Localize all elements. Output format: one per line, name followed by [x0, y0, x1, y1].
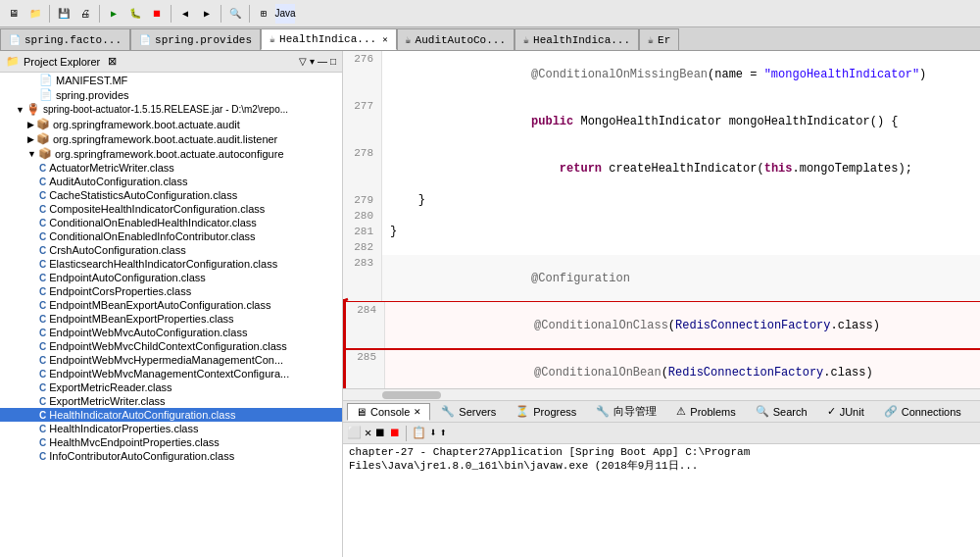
line-content-283[interactable]: @Configuration [382, 255, 980, 302]
sidebar-item-info-contributor-auto[interactable]: C InfoContributorAutoConfiguration.class [0, 449, 342, 463]
sidebar-close-icon[interactable]: ⊠ [108, 55, 117, 68]
toolbar-forward[interactable]: ▶ [197, 4, 217, 24]
toolbar-icon-2[interactable]: 📁 [25, 4, 45, 24]
console-tab-progress[interactable]: ⏳ Progress [507, 402, 585, 421]
sidebar-item-health-indicator-auto[interactable]: C HealthIndicatorAutoConfiguration.class [0, 408, 342, 422]
code-scroll-area[interactable]: 276 @ConditionalOnMissingBean(name = "mo… [343, 51, 980, 388]
class-icon-ew: C [39, 396, 46, 407]
class-icon-hia: C [39, 410, 46, 421]
class-icon-hme: C [39, 437, 46, 448]
line-num-284: 284 [346, 302, 385, 349]
sidebar-item-elasticsearch-health[interactable]: C ElasticsearchHealthIndicatorConfigurat… [0, 257, 342, 271]
line-content-282[interactable] [382, 239, 980, 255]
sidebar-item-endpoint-auto[interactable]: C EndpointAutoConfiguration.class [0, 271, 342, 284]
toolbar-debug[interactable]: 🐛 [125, 4, 145, 24]
console-toolbar-icon7[interactable]: ⬆ [439, 426, 446, 440]
sep4 [220, 5, 221, 23]
console-tab-console[interactable]: 🖥 Console ✕ [347, 403, 430, 421]
sidebar-item-jar[interactable]: ▼ 🏺 spring-boot-actuator-1.5.15.RELEASE.… [0, 102, 342, 117]
sidebar-item-endpoint-web-mvc-child[interactable]: C EndpointWebMvcChildContextConfiguratio… [0, 339, 342, 353]
sidebar-item-manifest[interactable]: 📄 MANIFEST.MF [0, 73, 342, 87]
console-tab-guide[interactable]: 🔧 向导管理 [587, 401, 665, 422]
sep2 [99, 5, 100, 23]
sidebar-item-composite-health[interactable]: C CompositeHealthIndicatorConfiguration.… [0, 202, 342, 216]
line-content-278[interactable]: return createHealthIndicator(this.mongoT… [382, 145, 980, 192]
sidebar-item-org-audit[interactable]: ▶ 📦 org.springframework.boot.actuate.aud… [0, 117, 342, 131]
code-horizontal-scrollbar[interactable] [343, 388, 980, 400]
sidebar-item-export-writer[interactable]: C ExportMetricWriter.class [0, 394, 342, 408]
code-line-280: 280 [343, 208, 980, 224]
sidebar-item-export-reader[interactable]: C ExportMetricReader.class [0, 380, 342, 394]
toolbar-save[interactable]: 💾 [54, 4, 74, 24]
console-tab-junit[interactable]: ✓ JUnit [818, 402, 873, 421]
sidebar-tree[interactable]: 📄 MANIFEST.MF 📄 spring.provides ▼ 🏺 spri… [0, 73, 342, 557]
console-toolbar-icon2[interactable]: ✕ [365, 426, 371, 440]
sidebar-item-audit-auto[interactable]: C AuditAutoConfiguration.class [0, 175, 342, 188]
line-num-281: 281 [343, 224, 382, 239]
tab-health-indica-1[interactable]: ☕ HealthIndica... ✕ [261, 28, 396, 50]
toolbar-back[interactable]: ◀ [175, 4, 195, 24]
console-tab-search[interactable]: 🔍 Search [747, 402, 816, 421]
sidebar-item-endpoint-web-mvc-hyp[interactable]: C EndpointWebMvcHypermediaManagementCon.… [0, 353, 342, 367]
sidebar-item-org-autoconfigure[interactable]: ▼ 📦 org.springframework.boot.actuate.aut… [0, 146, 342, 161]
line-content-281[interactable]: } [382, 224, 980, 239]
console-toolbar-icon4[interactable]: ⏹ [389, 426, 401, 440]
toolbar-java[interactable]: Java [275, 4, 295, 24]
sidebar-item-endpoint-mbean-props[interactable]: C EndpointMBeanExportProperties.class [0, 312, 342, 326]
sidebar-collapse-icon[interactable]: ▽ [299, 56, 307, 67]
file-icon-manifest: 📄 [39, 74, 53, 86]
sidebar-item-endpoint-web-mvc-mgmt[interactable]: C EndpointWebMvcManagementContextConfigu… [0, 367, 342, 380]
servers-icon: 🔧 [441, 405, 455, 418]
tab-close-health-1[interactable]: ✕ [382, 34, 387, 45]
console-toolbar-icon3[interactable]: ⏹ [374, 426, 386, 440]
class-icon-ema: C [39, 300, 46, 311]
line-num-282: 282 [343, 239, 382, 255]
sidebar-item-endpoint-web-mvc-auto[interactable]: C EndpointWebMvcAutoConfiguration.class [0, 326, 342, 339]
console-toolbar-icon5[interactable]: 📋 [412, 426, 426, 440]
sidebar-maximize-icon[interactable]: □ [330, 56, 336, 67]
console-tab-servers[interactable]: 🔧 Servers [432, 402, 505, 421]
sidebar-item-spring-provides[interactable]: 📄 spring.provides [0, 87, 342, 102]
tab-audit-auto-co[interactable]: ☕ AuditAutoCo... [397, 28, 514, 50]
sidebar-item-conditional-enabled-health[interactable]: C ConditionalOnEnabledHealthIndicator.cl… [0, 216, 342, 229]
console-toolbar-icon6[interactable]: ⬇ [429, 426, 436, 440]
sidebar-item-endpoint-cors[interactable]: C EndpointCorsProperties.class [0, 284, 342, 298]
sidebar-menu-icon[interactable]: ▾ [310, 56, 315, 67]
tab-spring-facto[interactable]: 📄 spring.facto... [0, 28, 130, 50]
toolbar-run[interactable]: ▶ [104, 4, 123, 24]
tab-spring-provides[interactable]: 📄 spring.provides [130, 28, 261, 50]
sidebar-item-org-listener[interactable]: ▶ 📦 org.springframework.boot.actuate.aud… [0, 131, 342, 146]
sidebar-item-actuator-metric[interactable]: C ActuatorMetricWriter.class [0, 161, 342, 175]
toolbar-print[interactable]: 🖨 [75, 4, 95, 24]
toolbar-search[interactable]: 🔍 [225, 4, 245, 24]
tab-er[interactable]: ☕ Er [639, 28, 679, 50]
console-toolbar-icon1[interactable]: ⬜ [347, 426, 362, 440]
sidebar-minimize-icon[interactable]: — [318, 56, 327, 67]
line-content-279[interactable]: } [382, 192, 980, 208]
line-content-280[interactable] [382, 208, 980, 224]
line-content-284[interactable]: @ConditionalOnClass(RedisConnectionFacto… [385, 302, 980, 349]
sidebar-item-crsh-auto[interactable]: C CrshAutoConfiguration.class [0, 243, 342, 257]
class-icon-ica: C [39, 451, 46, 462]
console-close[interactable]: ✕ [414, 407, 421, 417]
line-content-277[interactable]: public MongoHealthIndicator mongoHealthI… [382, 98, 980, 145]
toolbar-stop[interactable]: ⏹ [147, 4, 167, 24]
sidebar-item-endpoint-mbean-auto[interactable]: C EndpointMBeanExportAutoConfiguration.c… [0, 298, 342, 312]
code-line-283: 283 @Configuration [343, 255, 980, 302]
line-content-276[interactable]: @ConditionalOnMissingBean(name = "mongoH… [382, 51, 980, 98]
sidebar-item-health-indicator-props[interactable]: C HealthIndicatorProperties.class [0, 422, 342, 435]
scrollbar-thumb[interactable] [382, 391, 441, 399]
sidebar-item-health-mvc-endpoint[interactable]: C HealthMvcEndpointProperties.class [0, 435, 342, 449]
class-icon-hip: C [39, 424, 46, 434]
console-tab-connections[interactable]: 🔗 Connections [875, 402, 970, 421]
class-icon-ewmh: C [39, 355, 46, 366]
line-content-285[interactable]: @ConditionalOnBean(RedisConnectionFactor… [385, 349, 980, 388]
class-icon-cei: C [39, 231, 46, 242]
console-tab-problems[interactable]: ⚠ Problems [667, 402, 744, 421]
console-content[interactable]: chapter-27 - Chapter27Application [Sprin… [343, 444, 980, 557]
sidebar-item-conditional-enabled-info[interactable]: C ConditionalOnEnabledInfoContributor.cl… [0, 229, 342, 243]
toolbar-perspective[interactable]: ⊞ [254, 4, 273, 24]
sidebar-item-cache-stats[interactable]: C CacheStatisticsAutoConfiguration.class [0, 188, 342, 202]
tab-health-indica-2[interactable]: ☕ HealthIndica... [514, 28, 639, 50]
toolbar-icon-1[interactable]: 🖥 [4, 4, 24, 24]
